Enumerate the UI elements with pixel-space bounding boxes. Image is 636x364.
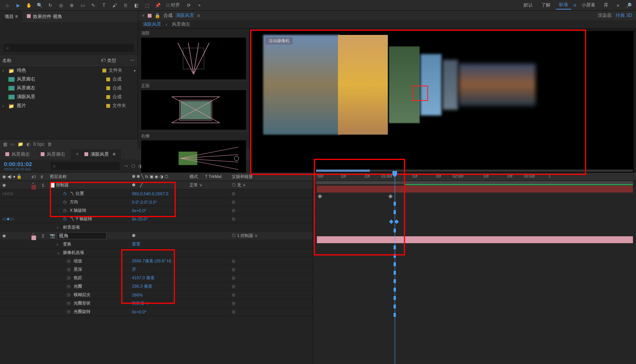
side-view-top[interactable]: 顶部 <box>138 29 249 81</box>
trash-icon[interactable]: 🗑 <box>48 142 52 147</box>
main-view[interactable]: 活动摄像机 <box>249 29 636 176</box>
layer-name-input[interactable] <box>57 232 107 239</box>
stamp-tool-icon[interactable]: ⎘ <box>121 1 130 10</box>
project-search-input[interactable] <box>4 44 134 52</box>
timeline-tab[interactable]: 风景廊右 <box>35 149 71 160</box>
bpc-button[interactable]: 8 bpc <box>33 142 44 147</box>
visibility-toggle[interactable]: ◉ <box>2 183 6 188</box>
effect-controls-tab[interactable]: 效果控件 视角 <box>22 11 66 22</box>
workspace-learn[interactable]: 了解 <box>538 1 554 9</box>
roto-tool-icon[interactable]: ⬚ <box>143 1 151 10</box>
layer-row[interactable]: ◉ ⌄ 1 控制器 ✽ ╱ 正常 ∨ ◎ 无 ∨ <box>0 181 313 189</box>
puppet-tool-icon[interactable]: 📌 <box>153 1 162 10</box>
property-value[interactable]: 0.0°,0.0°,0.0° <box>132 200 157 204</box>
keyframe-icon[interactable] <box>394 219 399 224</box>
kf-nav[interactable]: ◁ ◇ ▷ <box>2 191 14 196</box>
lock-icon[interactable]: 🔒 <box>155 13 160 18</box>
twirl-icon[interactable]: ⌄ <box>31 231 36 236</box>
property-row[interactable]: ◷ 光圈 296.3 像素 ◎ <box>0 282 313 291</box>
property-row[interactable]: ◷ X 轴旋转 0x+0.0° ◎ <box>0 206 313 215</box>
graph-icon[interactable]: 〽 <box>70 217 74 221</box>
property-row[interactable]: ◷ 光圈旋转 0x+0.0° ◎ <box>0 308 313 316</box>
project-item[interactable]: 风景廊左合成 <box>0 84 138 92</box>
pickwhip-icon[interactable]: ◎ <box>232 183 236 187</box>
new-comp-icon[interactable]: ▭ <box>10 142 15 147</box>
current-timecode[interactable]: 0:00:01:02 <box>4 161 46 167</box>
workspace-default[interactable]: 默认 <box>521 1 536 9</box>
property-row[interactable]: ◷ 缩放 2666.7像素 (39.6° H) ◎ <box>0 257 313 265</box>
pen-tool-icon[interactable]: ✎ <box>89 1 97 10</box>
workspace-small[interactable]: 小屏幕 <box>578 1 598 9</box>
anchor-tool-icon[interactable]: ⊕ <box>68 1 76 10</box>
property-row[interactable]: ◷ 方向 0.0°,0.0°,0.0° ◎ <box>0 198 313 206</box>
comp-mini-flowchart-icon[interactable]: ⤳ <box>124 163 128 169</box>
crumb-prev[interactable]: 风景廊左 <box>172 21 190 28</box>
property-row[interactable]: ◷ 焦距 4187.0 像素 ◎ <box>0 274 313 282</box>
graph-icon[interactable]: 〽 <box>70 191 74 196</box>
stopwatch-icon[interactable]: ◷ <box>63 208 68 213</box>
layer-row[interactable]: ◉ ⌄ 2 📷 ✽ ◎ 1.控制器 ∨ <box>0 232 313 240</box>
col-type-header[interactable]: 类型 <box>107 58 130 64</box>
property-value[interactable]: 960.0,540.0,2667.0 <box>132 191 168 196</box>
property-value[interactable]: 2666.7像素 (39.6° H) <box>132 259 171 263</box>
selection-tool-icon[interactable]: ▶ <box>14 1 22 10</box>
layer-bar[interactable] <box>317 236 633 243</box>
rotate-tool-icon[interactable]: ↻ <box>46 1 54 10</box>
workspace-library[interactable]: 库 <box>601 1 611 9</box>
property-row[interactable]: ◁ ◆ ▷ ◷ 〽 Y 轴旋转 0x-20.0° ◎ <box>0 215 313 223</box>
zoom-tool-icon[interactable]: 🔍 <box>35 1 44 10</box>
text-tool-icon[interactable]: T <box>100 1 108 10</box>
stopwatch-icon[interactable]: ◷ <box>63 199 68 204</box>
property-value[interactable]: 开 <box>132 267 136 272</box>
property-row[interactable]: ◁ ◇ ▷ ◷ 〽 位置 960.0,540.0,2667.0 ◎ <box>0 189 313 198</box>
property-value[interactable]: 快矩形 <box>132 301 145 305</box>
keyframe-icon[interactable] <box>389 219 393 224</box>
pickwhip-icon[interactable]: ◎ <box>232 233 236 238</box>
keyframe-icon[interactable] <box>388 194 392 198</box>
project-item[interactable]: ›📁纯色文件夹▪ <box>0 66 138 75</box>
timeline-search-input[interactable] <box>51 162 120 170</box>
brush-tool-icon[interactable]: 🖌 <box>110 1 119 10</box>
property-value[interactable]: 296.3 像素 <box>132 284 152 288</box>
stopwatch-icon[interactable]: ◷ <box>63 191 68 196</box>
crumb-current[interactable]: 满眼风景 <box>143 21 161 28</box>
property-value[interactable]: 286% <box>132 293 143 297</box>
property-value[interactable]: 0x-20.0° <box>132 217 148 221</box>
property-value[interactable]: 4187.0 像素 <box>132 275 155 280</box>
workspace-overflow-icon[interactable]: » <box>614 1 622 10</box>
project-item[interactable]: 风景廊右合成 <box>0 75 138 84</box>
property-value[interactable]: 0x+0.0° <box>132 208 147 213</box>
comp-header-name[interactable]: 满眼风景 <box>176 12 194 19</box>
new-folder-icon[interactable]: 📁 <box>18 142 23 147</box>
property-group-row[interactable]: › 材质选项 <box>0 223 313 232</box>
stopwatch-icon[interactable]: ◷ <box>63 216 68 221</box>
property-group-row[interactable]: ⌄ 摄像机选项 <box>0 249 313 257</box>
timeline-tab[interactable]: 风景廊左 <box>0 149 35 160</box>
col-name-header[interactable]: 名称 <box>2 58 101 64</box>
side-view-front[interactable]: 正面 <box>138 81 249 131</box>
draft3d-icon[interactable]: ⬡ <box>131 163 135 169</box>
home-icon[interactable]: ⌂ <box>3 1 12 10</box>
workspace-standard[interactable]: 标准 <box>556 1 571 10</box>
kf-nav[interactable]: ◁ ◆ ▷ <box>2 216 14 221</box>
property-row[interactable]: ◷ 光圈形状 快矩形 ∨ ◎ <box>0 299 313 308</box>
timeline-graph[interactable]: :00f 10f 20f 01:00f 10f 20f 02:00f 10f 2… <box>313 173 636 364</box>
unknown-tool-icon[interactable]: ⟳ <box>185 1 193 10</box>
project-tab[interactable]: 项目 ≡ <box>0 11 22 22</box>
twirl-icon[interactable]: ⌄ <box>31 180 36 185</box>
property-row[interactable]: ◷ 景深 开 ◎ <box>0 265 313 274</box>
visibility-toggle[interactable]: ◉ <box>2 233 6 238</box>
unknown-tool-icon-2[interactable]: ⚬ <box>195 1 204 10</box>
project-item[interactable]: 满眼风景合成 <box>0 92 138 101</box>
adjust-icon[interactable]: ◐ <box>26 142 30 147</box>
project-item[interactable]: ›📁图片文件夹 <box>0 101 138 110</box>
search-global-icon[interactable]: 🔎 <box>624 1 633 10</box>
keyframe-icon[interactable] <box>318 194 322 198</box>
property-row[interactable]: ◷ 模糊层次 286% ◎ <box>0 291 313 299</box>
current-time-indicator[interactable] <box>395 173 395 364</box>
eraser-tool-icon[interactable]: ◧ <box>132 1 140 10</box>
timeline-tab[interactable]: × 满眼风景 ≡ <box>71 149 121 160</box>
renderer-value[interactable]: 经典 3D <box>616 12 632 19</box>
property-group-row[interactable]: › 变换 重置 <box>0 240 313 249</box>
camera-tool-icon[interactable]: ◎ <box>57 1 65 10</box>
